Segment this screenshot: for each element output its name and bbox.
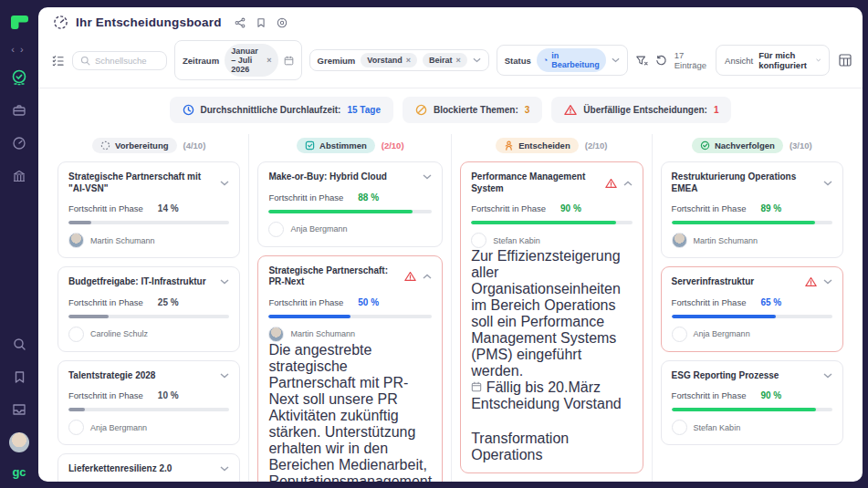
column-nachverfolgen: Nachverfolgen (3/10) Restrukturierung Op…	[652, 134, 852, 482]
chevron-down-icon[interactable]	[220, 181, 229, 186]
bank-icon[interactable]	[9, 166, 29, 186]
decide-person-icon	[504, 140, 514, 151]
vote-icon	[305, 140, 315, 151]
progress-bar	[672, 221, 832, 224]
card[interactable]: Make-or-Buy: Hybrid Cloud Fortschritt in…	[257, 161, 443, 247]
layout-grid-icon[interactable]	[839, 54, 852, 67]
main-panel: Ihr Entscheidungsboard Zeitraum Januar –…	[38, 7, 863, 482]
column-entscheiden: Entscheiden (2/10) Performance Managemen…	[451, 134, 651, 482]
card-title: Strategische Partnerschaft: PR-Next	[268, 265, 398, 288]
column-abstimmen: Abstimmen (2/10) Make-or-Buy: Hybrid Clo…	[248, 134, 451, 482]
progress-bar	[68, 221, 229, 224]
chevron-down-icon[interactable]	[220, 279, 229, 285]
progress-value: 88 %	[358, 192, 379, 202]
titlebar: Ihr Entscheidungsboard	[38, 7, 863, 34]
card[interactable]: Strategische Partnerschaft mit "AI-VSN" …	[58, 161, 240, 258]
search-input[interactable]	[95, 56, 159, 66]
card-title: Make-or-Buy: Hybrid Cloud	[268, 171, 416, 183]
share-icon[interactable]	[235, 17, 246, 28]
progress-bar	[268, 210, 432, 213]
owner-name: Stefan Kabin	[493, 236, 540, 245]
card[interactable]: Talentstrategie 2028 Fortschritt in Phas…	[58, 360, 240, 446]
gremium-value: Vorstand	[367, 56, 402, 65]
chevron-down-icon[interactable]	[220, 373, 229, 379]
progress-bar	[672, 408, 832, 411]
zeitraum-value: Januar – Juli 2026	[231, 47, 263, 74]
blocked-icon	[415, 104, 427, 116]
quick-search[interactable]	[72, 51, 167, 70]
user-avatar[interactable]	[9, 432, 29, 452]
filter-list-icon[interactable]	[51, 55, 65, 67]
inbox-icon[interactable]	[9, 400, 29, 420]
filter-status[interactable]: Status ◔in Bearbeitung	[497, 45, 628, 76]
reset-icon[interactable]	[655, 55, 667, 67]
owner-name: Stefan Kabin	[694, 423, 741, 432]
chevron-left-icon[interactable]: ‹	[11, 44, 18, 55]
watch-icon[interactable]	[277, 17, 288, 28]
column-pill: Entscheiden	[496, 138, 579, 153]
progress-bar	[672, 315, 832, 318]
avatar	[672, 327, 687, 342]
avatar	[68, 420, 84, 435]
gauge-icon[interactable]	[9, 133, 29, 153]
card[interactable]: Restrukturierung Operations EMEA Fortsch…	[661, 161, 843, 258]
history-nav[interactable]: ‹›	[11, 44, 26, 55]
due-date: Fällig bis 20.März	[486, 379, 601, 395]
mascot-icon[interactable]	[9, 67, 29, 88]
briefcase-icon[interactable]	[9, 100, 29, 120]
chevron-down-icon	[816, 57, 821, 63]
progress-value: 65 %	[760, 297, 781, 307]
chevron-down-icon[interactable]	[612, 57, 620, 65]
remove-filter-icon[interactable]: ×	[455, 56, 460, 65]
progress-value: 90 %	[760, 390, 781, 400]
remove-filter-icon[interactable]: ×	[267, 56, 271, 65]
warning-icon	[404, 271, 416, 282]
filter-zeitraum[interactable]: Zeitraum Januar – Juli 2026×	[174, 40, 302, 80]
chevron-down-icon[interactable]	[473, 57, 481, 65]
progress-value: 89 %	[760, 203, 781, 213]
chevron-right-icon[interactable]: ›	[20, 44, 27, 55]
decision-body: Entscheidung Vorstand	[471, 396, 622, 411]
card[interactable]: ESG Reporting Prozesse Fortschritt in Ph…	[661, 360, 843, 446]
card[interactable]: Budgetfreigabe: IT-Infrastruktur Fortsch…	[58, 266, 240, 352]
card-description: Die angestrebte strategische Partnerscha…	[268, 342, 432, 483]
progress-circle-icon: ◔	[543, 56, 548, 65]
kanban-board: Vorbereitung (4/10) Strategische Partner…	[38, 130, 863, 482]
card-alert[interactable]: Performance Management System Fortschrit…	[460, 161, 643, 473]
tag: Operations	[471, 447, 542, 462]
chevron-down-icon[interactable]	[823, 373, 832, 379]
kpi-blockiert: Blockierte Themen: 3	[403, 97, 542, 123]
bookmark-icon[interactable]	[9, 367, 29, 387]
app-logo-icon[interactable]	[9, 13, 29, 31]
warning-icon	[805, 276, 817, 287]
card-alert[interactable]: Serverinfrastruktur Fortschritt in Phase…	[661, 266, 843, 352]
owner-name: Anja Bergmann	[694, 329, 750, 338]
remove-filter-icon[interactable]: ×	[406, 56, 411, 65]
chevron-up-icon[interactable]	[623, 181, 633, 186]
bookmark-icon[interactable]	[256, 17, 266, 28]
calendar-icon[interactable]	[284, 56, 294, 66]
avatar	[68, 233, 84, 248]
chevron-down-icon[interactable]	[423, 174, 432, 180]
clock-icon	[183, 104, 194, 116]
owner-name: Caroline Schulz	[90, 329, 148, 338]
filter-toolbar: Zeitraum Januar – Juli 2026× Gremium Vor…	[38, 34, 863, 88]
search-icon[interactable]	[9, 334, 29, 354]
view-selector[interactable]: Ansicht Für mich konfiguriert	[716, 45, 830, 76]
chevron-down-icon[interactable]	[823, 181, 832, 186]
chevron-down-icon[interactable]	[823, 279, 832, 285]
card-title: Talentstrategie 2028	[68, 370, 214, 382]
clear-filters-icon[interactable]	[635, 55, 648, 67]
card-title: ESG Reporting Prozesse	[672, 370, 817, 382]
filter-gremium[interactable]: Gremium Vorstand× Beirat×	[309, 49, 489, 71]
chevron-up-icon[interactable]	[423, 274, 432, 279]
tag: Transformation	[471, 431, 569, 446]
chevron-down-icon[interactable]	[220, 466, 229, 472]
owner-name: Anja Bergmann	[290, 224, 347, 234]
card-title: Lieferkettenresilienz 2.0	[68, 463, 214, 475]
card-alert[interactable]: Strategische Partnerschaft: PR-Next Fort…	[257, 255, 443, 483]
progress-bar	[68, 315, 229, 318]
card[interactable]: Lieferkettenresilienz 2.0 Fortschritt in…	[58, 453, 240, 482]
column-pill: Abstimmen	[297, 138, 375, 153]
column-count: (4/10)	[183, 140, 206, 151]
